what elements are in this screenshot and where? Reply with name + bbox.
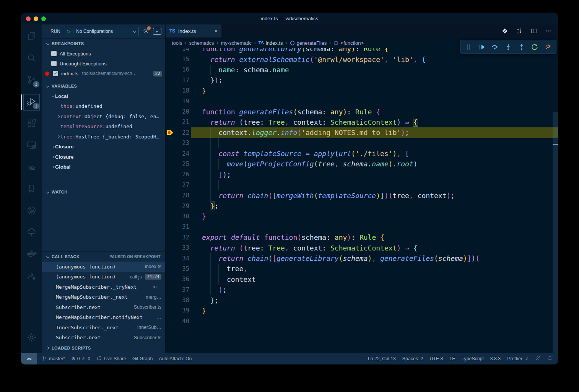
gutter[interactable]: 19: [166, 96, 191, 106]
gutter[interactable]: 29: [166, 201, 191, 211]
activity-git-graph[interactable]: [21, 200, 42, 222]
gutter[interactable]: 28: [166, 190, 191, 200]
current-statement-breakpoint-icon[interactable]: [166, 127, 175, 138]
debug-console-button[interactable]: ▸: [153, 28, 161, 35]
status-auto-attach[interactable]: Auto Attach: On: [159, 356, 192, 361]
call-stack-frame[interactable]: Subscriber.nextSubscriber.ts: [42, 302, 165, 312]
variable-row[interactable]: this: undefined: [42, 101, 165, 112]
gutter[interactable]: 14: [166, 48, 191, 54]
breakpoint-margin[interactable]: [166, 106, 175, 117]
step-over-button[interactable]: [491, 43, 499, 51]
breakpoint-margin[interactable]: [166, 54, 175, 64]
variables-section-header[interactable]: VARIABLES: [42, 81, 165, 91]
variable-row[interactable]: Closure: [42, 152, 165, 162]
breakpoint-margin[interactable]: [166, 180, 175, 190]
gutter[interactable]: 23: [166, 138, 191, 148]
activity-live-share[interactable]: [21, 266, 42, 288]
activity-search[interactable]: [21, 48, 42, 70]
gutter[interactable]: 27: [166, 180, 191, 190]
breakpoint-margin[interactable]: [166, 138, 175, 148]
call-stack-frame[interactable]: (anonymous function)call.js74:24: [42, 272, 165, 282]
breakpoint-margin[interactable]: [166, 169, 175, 180]
status-git-graph[interactable]: Git Graph: [132, 356, 153, 361]
gutter[interactable]: 21: [166, 117, 191, 127]
breakpoint-row[interactable]: Uncaught Exceptions: [42, 59, 165, 68]
gutter[interactable]: 20: [166, 106, 191, 117]
breakpoint-margin[interactable]: [166, 274, 175, 285]
status-cursor-position[interactable]: Ln 22, Col 13: [368, 356, 396, 361]
configure-gear-button[interactable]: [142, 27, 150, 36]
call-stack-frame[interactable]: MergeMapSubscriber.notifyNext…: [42, 312, 165, 323]
compare-changes-button[interactable]: [516, 28, 523, 34]
status-prettier[interactable]: Prettier: ✓: [507, 356, 529, 361]
gutter[interactable]: 17: [166, 75, 191, 85]
activity-explorer[interactable]: [21, 26, 42, 48]
breakpoint-margin[interactable]: [166, 96, 175, 106]
breakpoint-margin[interactable]: [166, 211, 175, 221]
breakpoint-margin[interactable]: [166, 65, 175, 75]
call-stack-frame[interactable]: Subscriber.nextSubscriber.ts: [42, 333, 165, 343]
gutter[interactable]: 31: [166, 222, 191, 232]
gutter[interactable]: 26: [166, 169, 191, 180]
breakpoint-row[interactable]: All Exceptions: [42, 49, 165, 59]
minimize-window-button[interactable]: [34, 16, 38, 21]
breadcrumb-item-schematics[interactable]: schematics: [189, 40, 214, 46]
activity-settings[interactable]: [21, 327, 42, 349]
activity-docker[interactable]: [21, 244, 42, 266]
checkbox-checked[interactable]: ✓: [53, 71, 58, 76]
twisty-closed-icon[interactable]: [50, 166, 55, 168]
gutter[interactable]: 33: [166, 242, 191, 253]
maximize-window-button[interactable]: [41, 16, 46, 21]
breakpoint-margin[interactable]: [166, 190, 175, 200]
status-indentation[interactable]: Spaces: 2: [402, 356, 423, 361]
activity-extensions[interactable]: [21, 113, 42, 135]
breakpoint-margin[interactable]: [166, 242, 175, 253]
code-area[interactable]: 14function generateLibrary(schema: any):…: [166, 48, 558, 353]
breadcrumb-item-tools[interactable]: tools: [172, 40, 182, 46]
status-language-mode[interactable]: TypeScript: [462, 356, 484, 361]
restart-button[interactable]: [531, 43, 538, 51]
status-notifications[interactable]: [547, 356, 553, 362]
continue-button[interactable]: [478, 43, 486, 51]
gutter[interactable]: 30: [166, 211, 191, 221]
breadcrumb-item--function-[interactable]: <function>: [333, 40, 364, 46]
breakpoint-margin[interactable]: [166, 48, 175, 54]
step-into-button[interactable]: [504, 43, 512, 51]
call-stack-frame[interactable]: InnerSubscriber._nextInnerSub…: [42, 322, 165, 333]
close-window-button[interactable]: [26, 16, 31, 21]
watch-section-header[interactable]: WATCH: [42, 187, 165, 197]
variable-row[interactable]: tree: HostTree {_backend: ScopedH…: [42, 132, 165, 142]
call-stack-frame[interactable]: (anonymous function)index.ts: [42, 262, 165, 272]
breadcrumb-item-generatefiles[interactable]: generateFiles: [290, 40, 327, 46]
remote-indicator[interactable]: ><: [21, 353, 37, 364]
gutter[interactable]: 24: [166, 148, 191, 159]
call-stack-frame[interactable]: MergeMapSubscriber._tryNextm…: [42, 282, 165, 292]
breakpoint-margin[interactable]: [166, 285, 175, 295]
gutter[interactable]: 36: [166, 274, 191, 285]
more-actions-button[interactable]: [545, 28, 552, 34]
activity-run-and-debug[interactable]: 1: [21, 91, 42, 113]
activity-project-tree[interactable]: [21, 222, 42, 244]
variable-row[interactable]: Global: [42, 162, 165, 172]
gutter[interactable]: 16: [166, 65, 191, 75]
breadcrumb-item-index-ts[interactable]: TSindex.ts: [259, 40, 283, 46]
drag-grip-button[interactable]: [465, 43, 472, 51]
gutter[interactable]: 37: [166, 285, 191, 295]
breakpoint-margin[interactable]: [166, 316, 175, 326]
tab-index-ts[interactable]: TS index.ts ×: [166, 24, 221, 37]
breakpoint-margin[interactable]: [166, 264, 175, 274]
split-editor-button[interactable]: [530, 28, 537, 34]
breakpoint-margin[interactable]: [166, 201, 175, 211]
twisty-closed-icon[interactable]: [50, 146, 55, 148]
activity-bookmarks[interactable]: [21, 179, 42, 200]
activity-source-control[interactable]: 3: [21, 70, 42, 91]
status-problems[interactable]: ⊗0⚠0: [71, 356, 90, 361]
gutter[interactable]: 39: [166, 306, 191, 316]
activity-remote-explorer[interactable]: [21, 135, 42, 157]
breakpoint-margin[interactable]: [166, 75, 175, 85]
breakpoint-margin[interactable]: [166, 159, 175, 169]
gutter[interactable]: 34: [166, 253, 191, 264]
breakpoint-margin[interactable]: [166, 295, 175, 305]
status-ts-version[interactable]: 3.8.3: [490, 356, 501, 361]
twisty-closed-icon[interactable]: [50, 156, 55, 158]
